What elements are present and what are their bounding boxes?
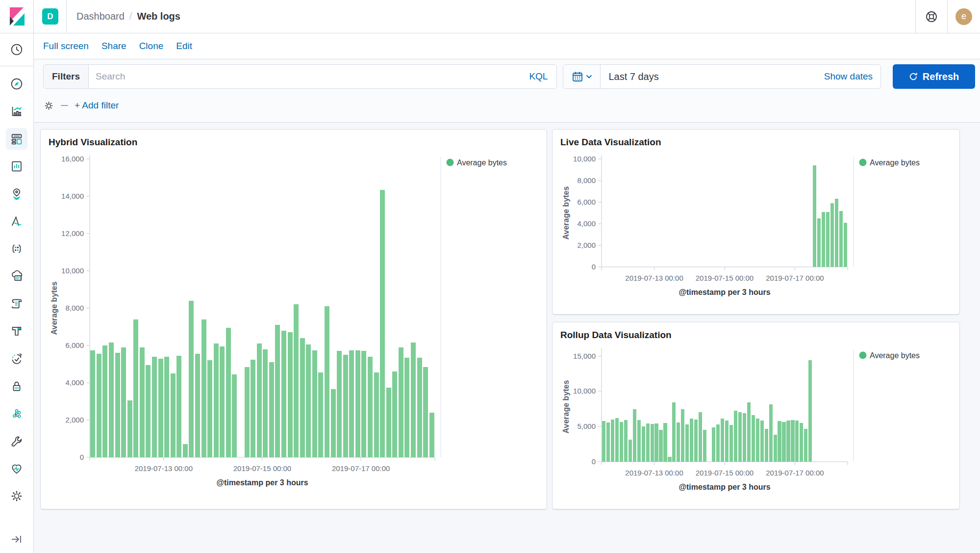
header-right: e (915, 0, 980, 33)
svg-text:2019-07-17 00:00: 2019-07-17 00:00 (766, 274, 824, 282)
sidebar-item-machine-learning[interactable] (6, 211, 27, 232)
cloud-server-icon (9, 269, 24, 284)
scroll-icon (9, 296, 24, 311)
dashboard-toolbar: Full screen Share Clone Edit (34, 33, 980, 59)
clock-icon (9, 42, 24, 57)
sidebar-recent-section (0, 33, 33, 66)
hybrid-bar-chart[interactable]: 02,0004,0006,0008,00010,00012,00014,0001… (49, 150, 539, 494)
time-range-control[interactable]: Last 7 days Show dates (601, 71, 880, 82)
svg-text:2,000: 2,000 (65, 416, 84, 424)
graph-nodes-icon (9, 406, 24, 421)
breadcrumb-separator: / (129, 11, 132, 22)
sidebar-item-visualize[interactable] (6, 101, 27, 122)
svg-text:0: 0 (592, 263, 596, 271)
svg-text:15,000: 15,000 (573, 352, 596, 360)
clone-link[interactable]: Clone (139, 41, 164, 52)
svg-text:2019-07-13 00:00: 2019-07-13 00:00 (625, 469, 683, 477)
space-badge[interactable]: D (42, 8, 58, 25)
full-screen-link[interactable]: Full screen (43, 41, 89, 52)
svg-text:2019-07-15 00:00: 2019-07-15 00:00 (233, 464, 291, 473)
heart-pulse-icon (9, 461, 24, 476)
add-filter-row: + Add filter (43, 92, 975, 119)
edit-link[interactable]: Edit (176, 41, 192, 52)
dashboard-grid-icon (9, 132, 24, 146)
life-ring-icon (924, 9, 939, 24)
calendar-icon (572, 71, 583, 82)
svg-text:8,000: 8,000 (577, 176, 596, 184)
app-header: D Dashboard / Web logs e (34, 0, 980, 33)
svg-text:Average bytes: Average bytes (50, 282, 58, 335)
svg-text:2019-07-17 00:00: 2019-07-17 00:00 (766, 469, 824, 477)
svg-text:Average bytes: Average bytes (562, 186, 570, 240)
sidebar-item-canvas[interactable] (6, 156, 27, 177)
lock-icon (9, 379, 24, 394)
svg-text:10,000: 10,000 (573, 387, 596, 395)
refresh-icon (909, 72, 918, 81)
svg-text:4,000: 4,000 (577, 219, 596, 228)
svg-text:2,000: 2,000 (577, 241, 596, 249)
svg-text:2019-07-15 00:00: 2019-07-15 00:00 (696, 469, 754, 477)
kibana-logo-icon (7, 6, 26, 27)
avatar[interactable]: e (955, 8, 972, 25)
refresh-button-label: Refresh (923, 71, 959, 82)
panel-title: Rollup Data Visualization (560, 329, 952, 341)
svg-text:0: 0 (80, 453, 84, 461)
add-filter-button[interactable]: + Add filter (75, 100, 119, 111)
date-picker: Last 7 days Show dates (563, 64, 881, 89)
svg-text:Average bytes: Average bytes (870, 158, 920, 167)
svg-text:0: 0 (592, 457, 596, 466)
svg-text:2019-07-17 00:00: 2019-07-17 00:00 (332, 464, 390, 473)
sidebar-item-management[interactable] (6, 485, 27, 507)
sidebar-item-dev-tools[interactable] (6, 430, 27, 452)
breadcrumb-current-page: Web logs (137, 11, 180, 22)
sidebar-item-dashboard[interactable] (6, 128, 27, 150)
kibana-logo[interactable] (0, 0, 33, 33)
search-input[interactable] (89, 71, 520, 82)
query-bar-row: Filters KQL (43, 64, 975, 89)
svg-text:2019-07-13 00:00: 2019-07-13 00:00 (135, 464, 193, 473)
user-menu[interactable]: e (947, 0, 980, 33)
help-button[interactable] (915, 0, 947, 33)
breadcrumb-dashboard[interactable]: Dashboard (76, 11, 125, 22)
svg-text:@timestamp per 3 hours: @timestamp per 3 hours (678, 483, 770, 491)
refresh-button[interactable]: Refresh (893, 64, 975, 89)
svg-text:8,000: 8,000 (65, 304, 84, 312)
collapse-sidebar-button[interactable] (6, 529, 27, 549)
rollup-data-bar-chart[interactable]: 05,00010,00015,0002019-07-13 00:002019-0… (560, 343, 952, 498)
sidebar-item-apm[interactable] (6, 320, 27, 342)
date-picker-menu-button[interactable] (563, 65, 601, 88)
svg-text:Average bytes: Average bytes (457, 158, 507, 167)
svg-text:5,000: 5,000 (577, 422, 596, 430)
svg-text:Average bytes: Average bytes (562, 380, 570, 434)
panel-rollup-data-visualization: Rollup Data Visualization 05,00010,00015… (552, 322, 960, 509)
sidebar-item-infrastructure[interactable] (6, 265, 27, 287)
svg-text:6,000: 6,000 (65, 341, 84, 349)
sidebar-item-discover[interactable] (6, 73, 27, 95)
bar-chart-icon (9, 104, 24, 119)
sidebar-item-stack-monitoring[interactable] (6, 458, 27, 479)
uptime-check-icon (9, 351, 24, 366)
main-area: D Dashboard / Web logs e Full screen Sha… (34, 0, 980, 553)
live-data-bar-chart[interactable]: 02,0004,0006,0008,00010,0002019-07-13 00… (560, 150, 952, 303)
kql-button[interactable]: KQL (520, 71, 556, 82)
gear-icon (9, 489, 24, 503)
sidebar-item-security[interactable] (6, 375, 27, 397)
panel-title: Hybrid Visualization (49, 136, 539, 148)
svg-text:4,000: 4,000 (65, 378, 84, 387)
svg-text:12,000: 12,000 (61, 229, 84, 237)
panel-hybrid-visualization: Hybrid Visualization 02,0004,0006,0008,0… (40, 129, 547, 509)
sidebar-item-metrics[interactable] (6, 238, 27, 260)
sidebar-item-maps[interactable] (6, 183, 27, 205)
search-box: Filters KQL (43, 64, 557, 89)
sidebar-item-recently-viewed[interactable] (6, 39, 27, 60)
filters-button[interactable]: Filters (44, 65, 89, 88)
share-link[interactable]: Share (101, 41, 126, 52)
sidebar-item-uptime[interactable] (6, 348, 27, 369)
filter-settings-gear-icon[interactable] (43, 100, 54, 111)
sidebar-item-graph[interactable] (6, 403, 27, 424)
sidebar-item-logs[interactable] (6, 293, 27, 315)
svg-text:2019-07-15 00:00: 2019-07-15 00:00 (696, 274, 754, 282)
apm-icon (9, 324, 24, 339)
query-bar-section: Filters KQL (34, 59, 980, 123)
show-dates-button[interactable]: Show dates (824, 71, 873, 82)
